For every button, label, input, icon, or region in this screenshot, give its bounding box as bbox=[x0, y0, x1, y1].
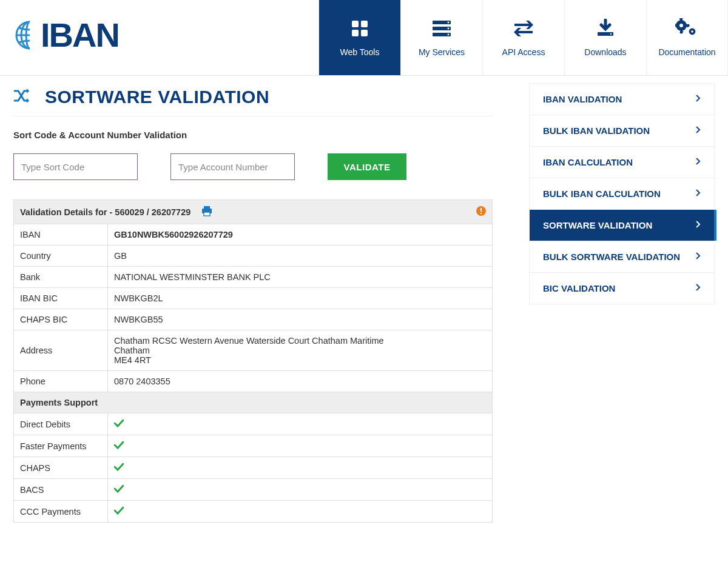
svg-rect-8 bbox=[361, 30, 368, 36]
chevron-right-icon bbox=[696, 158, 701, 167]
svg-rect-29 bbox=[204, 206, 210, 209]
nav-downloads[interactable]: Downloads bbox=[564, 0, 646, 75]
sidenav-label: BIC VALIDATION bbox=[543, 283, 615, 293]
row-value: NATIONAL WESTMINSTER BANK PLC bbox=[108, 267, 493, 288]
chevron-right-icon bbox=[696, 126, 701, 135]
nav-web-tools[interactable]: Web Tools bbox=[318, 0, 400, 75]
table-row: Phone0870 2403355 bbox=[14, 371, 493, 392]
validate-button[interactable]: VALIDATE bbox=[328, 153, 406, 180]
row-value: GB10NWBK56002926207729 bbox=[108, 224, 493, 246]
nav-documentation[interactable]: Documentation bbox=[646, 0, 728, 75]
row-value: Chatham RCSC Western Avenue Waterside Co… bbox=[108, 330, 493, 371]
top-nav: Web Tools My Services API Access Downloa… bbox=[318, 0, 728, 75]
chevron-right-icon bbox=[696, 221, 701, 230]
chevron-right-icon bbox=[696, 95, 701, 104]
row-value: NWBKGB2L bbox=[108, 288, 493, 309]
globe-icon bbox=[15, 17, 44, 53]
table-row: Faster Payments bbox=[14, 435, 493, 457]
print-icon[interactable] bbox=[201, 206, 212, 218]
results-table: Validation Details for - 560029 / 262077… bbox=[13, 199, 493, 523]
row-value: GB bbox=[108, 246, 493, 267]
row-label: Phone bbox=[14, 371, 108, 392]
page-title-row: SORTWARE VALIDATION bbox=[13, 83, 493, 116]
sidebar: IBAN VALIDATIONBULK IBAN VALIDATIONIBAN … bbox=[529, 83, 715, 523]
svg-point-28 bbox=[691, 30, 693, 33]
table-row: CHAPS BICNWBKGB55 bbox=[14, 309, 493, 330]
sidenav-item[interactable]: IBAN VALIDATION bbox=[530, 84, 714, 115]
sidenav-item[interactable]: BULK IBAN CALCULATION bbox=[530, 178, 714, 210]
table-row: CountryGB bbox=[14, 246, 493, 267]
page-title: SORTWARE VALIDATION bbox=[45, 87, 269, 107]
sidenav-label: SORTWARE VALIDATION bbox=[543, 220, 652, 230]
svg-point-13 bbox=[448, 28, 450, 30]
table-row: AddressChatham RCSC Western Avenue Water… bbox=[14, 330, 493, 371]
row-label: Direct Debits bbox=[14, 413, 108, 435]
row-label: CHAPS bbox=[14, 457, 108, 479]
table-row: CHAPS bbox=[14, 457, 493, 479]
sidenav-item[interactable]: BULK SORTWARE VALIDATION bbox=[530, 241, 714, 273]
chevron-right-icon bbox=[696, 189, 701, 198]
row-label: IBAN bbox=[14, 224, 108, 246]
svg-rect-7 bbox=[352, 30, 359, 36]
site-header: IBAN Web Tools My Services API Access bbox=[0, 0, 728, 76]
sidenav-label: BULK IBAN CALCULATION bbox=[543, 189, 661, 199]
sort-code-input[interactable] bbox=[13, 153, 138, 180]
row-value bbox=[108, 457, 493, 479]
row-value bbox=[108, 479, 493, 501]
table-row: CCC Payments bbox=[14, 501, 493, 523]
svg-rect-6 bbox=[361, 21, 368, 27]
sidenav-item[interactable]: SORTWARE VALIDATION bbox=[530, 210, 714, 241]
svg-point-16 bbox=[610, 33, 612, 35]
chevron-right-icon bbox=[696, 284, 701, 293]
check-icon bbox=[114, 485, 124, 495]
main-content: SORTWARE VALIDATION Sort Code & Account … bbox=[13, 83, 493, 523]
grid-icon bbox=[350, 18, 369, 39]
row-value: NWBKGB55 bbox=[108, 309, 493, 330]
row-label: Country bbox=[14, 246, 108, 267]
svg-point-14 bbox=[448, 34, 450, 36]
swap-arrows-icon bbox=[513, 18, 534, 39]
row-label: Address bbox=[14, 330, 108, 371]
validation-form: VALIDATE bbox=[13, 153, 493, 180]
table-row: BACS bbox=[14, 479, 493, 501]
svg-rect-31 bbox=[204, 212, 210, 216]
row-value: 0870 2403355 bbox=[108, 371, 493, 392]
check-icon bbox=[114, 441, 124, 451]
row-label: BACS bbox=[14, 479, 108, 501]
svg-rect-33 bbox=[480, 208, 482, 212]
sidenav-label: BULK IBAN VALIDATION bbox=[543, 125, 650, 136]
form-label: Sort Code & Account Number Validation bbox=[13, 130, 493, 140]
row-label: CCC Payments bbox=[14, 501, 108, 523]
nav-api-access[interactable]: API Access bbox=[482, 0, 564, 75]
results-heading-text: Validation Details for - 560029 / 262077… bbox=[20, 207, 190, 217]
payments-body: Direct DebitsFaster PaymentsCHAPSBACSCCC… bbox=[14, 413, 493, 523]
account-number-input[interactable] bbox=[170, 153, 295, 180]
svg-point-18 bbox=[679, 24, 683, 27]
table-row: Direct Debits bbox=[14, 413, 493, 435]
warning-icon bbox=[476, 206, 486, 218]
sidenav-label: IBAN VALIDATION bbox=[543, 94, 622, 104]
logo[interactable]: IBAN bbox=[0, 0, 309, 75]
table-row: BankNATIONAL WESTMINSTER BANK PLC bbox=[14, 267, 493, 288]
results-body: IBANGB10NWBK56002926207729CountryGBBankN… bbox=[14, 224, 493, 392]
sidenav-label: BULK SORTWARE VALIDATION bbox=[543, 252, 680, 262]
results-heading-row: Validation Details for - 560029 / 262077… bbox=[14, 200, 493, 224]
row-label: IBAN BIC bbox=[14, 288, 108, 309]
payments-heading-row: Payments Support bbox=[14, 392, 493, 413]
logo-text: IBAN bbox=[41, 15, 119, 55]
side-nav: IBAN VALIDATIONBULK IBAN VALIDATIONIBAN … bbox=[529, 83, 715, 304]
sidenav-item[interactable]: IBAN CALCULATION bbox=[530, 147, 714, 178]
sidenav-label: IBAN CALCULATION bbox=[543, 157, 633, 167]
row-value bbox=[108, 413, 493, 435]
nav-my-services[interactable]: My Services bbox=[400, 0, 482, 75]
svg-rect-34 bbox=[480, 213, 482, 214]
sidenav-item[interactable]: BULK IBAN VALIDATION bbox=[530, 115, 714, 147]
row-label: Bank bbox=[14, 267, 108, 288]
gears-icon bbox=[675, 18, 699, 39]
check-icon bbox=[114, 420, 124, 429]
shuffle-icon bbox=[13, 88, 30, 106]
row-value bbox=[108, 435, 493, 457]
chevron-right-icon bbox=[696, 252, 701, 261]
row-label: Faster Payments bbox=[14, 435, 108, 457]
sidenav-item[interactable]: BIC VALIDATION bbox=[530, 273, 714, 304]
